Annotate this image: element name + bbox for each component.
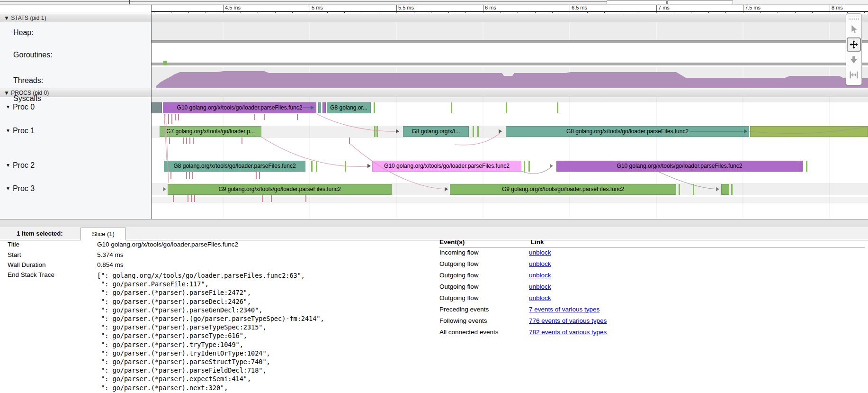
proc-track-label-2[interactable]: ▼Proc 2 <box>6 161 35 170</box>
instant-event-tick[interactable] <box>506 102 507 113</box>
instant-event-tick[interactable] <box>374 102 375 113</box>
ruler-minor-tick <box>362 12 362 13</box>
ruler-minor-tick <box>431 12 431 13</box>
trace-slice[interactable]: G7 golang.org/x/tools/go/loader.p... <box>160 126 261 137</box>
selection-summary: 1 item selected: <box>17 230 63 237</box>
instant-event-tick[interactable] <box>679 184 680 195</box>
trace-slice[interactable] <box>322 102 326 113</box>
instant-event-tick[interactable] <box>557 102 558 113</box>
event-link[interactable]: 776 events of various types <box>529 317 607 324</box>
timeline-overview-strip[interactable] <box>0 0 868 5</box>
flow-event-stub <box>168 114 169 124</box>
flow-event-stub <box>178 114 179 120</box>
trace-slice[interactable] <box>721 184 729 195</box>
instant-event-tick[interactable] <box>806 161 807 172</box>
collapse-arrow-icon: ▼ <box>6 186 10 191</box>
instant-event-tick[interactable] <box>451 102 452 113</box>
trace-slice[interactable]: G8 golang.org/x/tools/go/loader.parseFil… <box>164 161 305 172</box>
flow-event-stub <box>171 114 172 124</box>
proc-track-label-3[interactable]: ▼Proc 3 <box>6 184 35 193</box>
proc-track-label-0[interactable]: ▼Proc 0 <box>6 103 35 111</box>
instant-event-tick[interactable] <box>345 161 346 172</box>
event-type-label: All connected events <box>439 329 529 336</box>
stats-section-header[interactable]: ▼ STATS (pid 1) <box>0 14 868 22</box>
select-tool-button[interactable] <box>847 22 861 37</box>
trace-slice[interactable]: G8 golang.org/x/tools/go/loader.parseFil… <box>506 126 749 137</box>
instant-event-tick[interactable] <box>376 126 378 137</box>
event-link[interactable]: unblock <box>529 272 551 279</box>
instant-event-tick[interactable] <box>528 161 530 172</box>
proc-track-label-1[interactable]: ▼Proc 1 <box>6 127 35 135</box>
ruler-major-tick <box>396 5 397 11</box>
events-table-row: Incoming flowunblock <box>439 247 865 259</box>
overview-view-box[interactable] <box>667 0 733 4</box>
events-table-row: Preceding events7 events of various type… <box>439 304 865 316</box>
overview-view-box[interactable] <box>607 0 667 4</box>
event-link[interactable]: 782 events of various types <box>529 329 607 336</box>
ruler-minor-tick <box>622 12 622 13</box>
ruler-minor-tick <box>379 12 379 13</box>
flow-arrow-path <box>521 167 551 174</box>
event-link[interactable]: unblock <box>529 260 551 267</box>
flow-event-stub <box>169 137 170 144</box>
threads-track-label: Threads: <box>13 76 43 85</box>
procs-section-header[interactable]: ▼ PROCS (pid 0) <box>0 89 868 97</box>
ruler-minor-tick <box>778 12 778 13</box>
trace-slice[interactable] <box>152 102 162 113</box>
ruler-minor-tick <box>483 12 483 13</box>
ruler-minor-tick <box>587 12 588 13</box>
detail-field-value: 5.374 ms <box>97 251 124 258</box>
event-link[interactable]: unblock <box>529 283 551 290</box>
trace-slice[interactable]: G8 golang.or... <box>327 102 371 113</box>
zoom-tool-button[interactable] <box>847 53 861 67</box>
instant-event-tick[interactable] <box>524 161 525 172</box>
detail-field-value: G10 golang.org/x/tools/go/loader.parseFi… <box>97 241 238 248</box>
trace-slice[interactable]: G8 golang.org/x/t... <box>403 126 469 137</box>
trace-slice[interactable]: G10 golang.org/x/tools/go/loader.parseFi… <box>163 102 316 113</box>
detail-field-label: Wall Duration <box>8 261 46 268</box>
zoom-icon <box>849 55 859 65</box>
event-link[interactable]: unblock <box>529 249 551 256</box>
trace-slice[interactable]: G10 golang.org/x/tools/go/loader.parseFi… <box>556 161 803 172</box>
track-band <box>152 67 868 88</box>
instant-event-tick[interactable] <box>316 161 317 172</box>
ruler-minor-tick <box>414 12 414 13</box>
trace-slice[interactable]: G9 golang.org/x/tools/go/loader.parseFil… <box>450 184 676 195</box>
proc-label-text: Proc 3 <box>13 184 35 192</box>
events-table-row: Outgoing flowunblock <box>439 293 865 304</box>
event-link[interactable]: unblock <box>529 294 551 302</box>
timing-tool-button[interactable] <box>847 68 861 82</box>
flow-event-stub <box>186 137 187 144</box>
tab-slice[interactable]: Slice (1) <box>81 228 126 240</box>
flow-event-stub <box>264 114 265 120</box>
proc-label-text: Proc 1 <box>13 127 35 135</box>
ruler-tick-label: 5 ms <box>312 5 323 10</box>
ruler-minor-tick <box>795 12 796 13</box>
trace-slice[interactable]: G10 golang.org/x/tools/go/loader.parseFi… <box>372 161 521 172</box>
instant-event-tick[interactable] <box>473 126 474 137</box>
instant-event-tick[interactable] <box>731 184 733 195</box>
overview-line <box>0 1 607 2</box>
flow-event-stub <box>305 195 306 202</box>
events-table-row: Outgoing flowunblock <box>439 282 865 293</box>
pane-splitter[interactable] <box>0 219 868 227</box>
event-link[interactable]: 7 events of various types <box>529 306 600 313</box>
flow-arrowhead <box>550 164 553 168</box>
ruler-minor-tick <box>275 12 276 13</box>
trace-slice[interactable] <box>750 126 868 137</box>
instant-event-tick[interactable] <box>311 161 313 172</box>
flow-event-stub <box>271 195 272 202</box>
ruler-minor-tick <box>691 12 691 13</box>
trace-slice[interactable] <box>318 102 321 113</box>
ruler-minor-tick <box>258 12 258 13</box>
instant-event-tick[interactable] <box>477 126 479 137</box>
flow-event-stub <box>297 114 298 120</box>
instant-event-tick[interactable] <box>374 126 376 137</box>
instant-event-tick[interactable] <box>693 184 694 195</box>
ruler-minor-tick <box>171 12 171 13</box>
toolbar-grip[interactable] <box>848 16 859 20</box>
trace-slice[interactable]: G9 golang.org/x/tools/go/loader.parseFil… <box>168 184 392 195</box>
pan-tool-button[interactable] <box>847 37 861 52</box>
goroutines-counter-chart <box>152 63 868 65</box>
ruler-minor-tick <box>396 12 397 13</box>
